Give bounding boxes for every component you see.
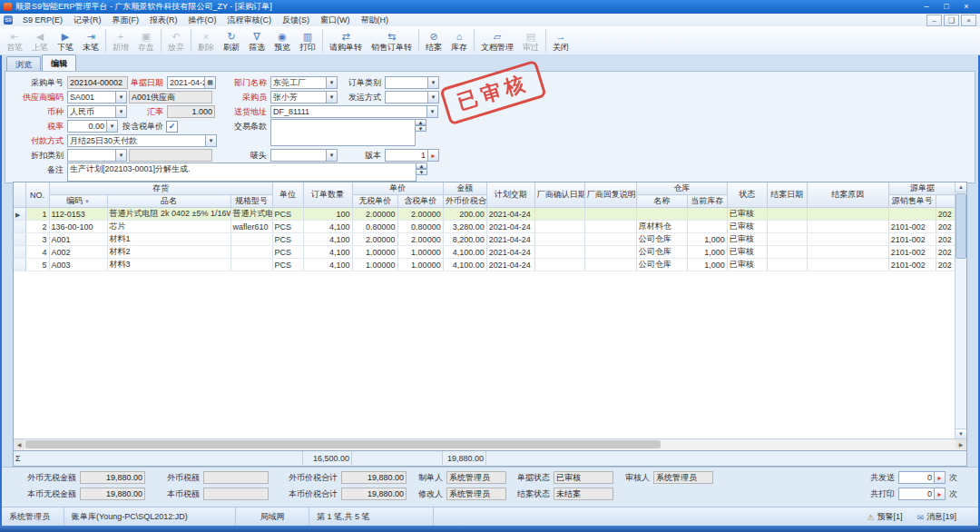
menu-item[interactable]: 操作(O) [183,14,222,27]
col-name[interactable]: 品名 [107,195,230,208]
menu-item[interactable]: 帮助(H) [356,14,395,27]
grid-cell[interactable]: 2021-04-24 [486,259,534,271]
ship-method-input[interactable] [385,91,428,103]
grid-cell[interactable] [767,208,807,221]
chevron-down-icon[interactable]: ▾ [115,149,127,162]
grid-cell[interactable]: PCS [272,221,303,233]
col-amount-fc[interactable]: 外币价税合计 [443,195,486,208]
grid-cell[interactable] [584,221,636,233]
row-marker[interactable] [14,221,25,233]
grid-cell[interactable] [687,221,727,233]
grid-cell[interactable]: 2021-04-24 [486,246,534,259]
grid-cell[interactable]: A002 [49,246,107,259]
toolbar-button[interactable]: ⇆ 销售订单转 [367,26,416,54]
grid-cell[interactable] [767,259,807,271]
grid-cell[interactable]: 1.00000 [352,246,397,259]
menu-item[interactable]: 界面(F) [107,14,145,27]
scroll-down-icon[interactable]: ▼ [415,125,426,132]
chevron-down-icon[interactable]: ▾ [115,105,127,118]
grid-cell[interactable]: 2.00000 [397,233,443,246]
grid-cell[interactable]: 1.00000 [397,259,443,271]
grid-cell[interactable]: 2.00000 [352,233,397,246]
grid-cell[interactable] [807,233,888,246]
grid-cell[interactable] [636,208,687,221]
grid-cell[interactable]: 原材料仓 [636,221,687,233]
grid-cell[interactable]: 2.00000 [397,208,443,221]
chevron-down-icon[interactable]: ▾ [106,120,118,133]
col-no[interactable]: NO. [25,182,49,208]
col-close-reason[interactable]: 结案原因 [807,182,888,208]
supplier-code-input[interactable]: SA001 [67,91,116,103]
grid-cell[interactable] [807,208,888,221]
mdi-close-button[interactable]: × [961,15,976,26]
grid-cell[interactable]: 0.80000 [352,221,397,233]
table-row[interactable]: 2 136-00-100 芯片 wafler610 PCS 4,100 0.80… [14,221,956,233]
grid-cell[interactable]: 已审核 [727,246,767,259]
grid-cell[interactable] [584,246,636,259]
grid-cell[interactable]: PCS [272,208,303,221]
col-price-inc[interactable]: 含税单价 [397,195,443,208]
grid-cell[interactable]: 202 [936,221,956,233]
toolbar-button[interactable]: ⌂ 库存 [446,26,472,54]
grid-cell[interactable]: 1,000 [687,246,727,259]
grid-cell[interactable]: 2021-04-24 [486,221,534,233]
col-group-price[interactable]: 单价 [352,182,443,195]
remark-textarea[interactable]: 生产计划[202103-0001]分解生成. [67,163,416,182]
col-close-date[interactable]: 结案日期 [767,182,807,208]
status-alerts[interactable]: ⚠ 预警[1] [859,507,909,527]
grid-cell[interactable]: 4,100.00 [443,259,486,271]
col-source-sales-no[interactable]: 源销售单号 [888,195,936,208]
grid-cell[interactable]: 2.00000 [352,208,397,221]
grid-cell[interactable]: 公司仓库 [636,246,687,259]
calendar-icon[interactable]: ▦ [204,76,216,89]
menu-item-app[interactable]: S9 ERP(E) [17,15,68,25]
grid-cell[interactable] [687,208,727,221]
grid-cell[interactable] [534,246,584,259]
grid-cell[interactable] [230,233,272,246]
col-group-inventory[interactable]: 存货 [49,182,272,195]
row-marker[interactable] [14,233,25,246]
grid-cell[interactable]: 202 [936,208,956,221]
table-row[interactable]: 3 A001 材料1 PCS 4,100 2.00000 2.00000 8,2… [14,233,956,246]
toolbar-button[interactable]: ▶ 下笔 [53,26,78,54]
grid-cell[interactable]: 200.00 [443,208,486,221]
grid-cell[interactable]: PCS [272,233,303,246]
toolbar-button[interactable]: ⇄ 请购单转 [325,26,367,54]
version-input[interactable]: 1 [385,149,428,162]
col-unit[interactable]: 单位 [272,182,303,208]
grid-cell[interactable]: 公司仓库 [636,259,687,271]
grid-cell[interactable]: 0.80000 [397,221,443,233]
tax-rate-input[interactable]: 0.00 [67,120,107,133]
chevron-down-icon[interactable]: ▾ [426,105,438,118]
menu-item[interactable]: 报表(R) [144,14,183,27]
grid-cell[interactable] [807,221,888,233]
grid-cell[interactable]: 2 [25,221,49,233]
toolbar-button[interactable]: ▱ 文档管理 [476,26,518,54]
delivery-address-input[interactable]: DF_81111 [270,105,427,118]
tax-included-checkbox[interactable]: ✓ [166,121,178,133]
scroll-down-icon[interactable]: ▼ [416,169,427,175]
col-wh-stock[interactable]: 当前库存 [687,195,727,208]
close-button[interactable]: × [956,2,976,13]
minimize-button[interactable]: – [916,2,936,13]
toolbar-button[interactable]: ◉ 预览 [270,26,295,54]
grid-cell[interactable]: 4,100 [303,233,352,246]
vertical-scrollbar[interactable]: ▲ ▼ [955,182,966,438]
maximize-button[interactable]: □ [936,2,956,13]
grid-cell[interactable]: 4 [25,246,49,259]
grid-cell[interactable]: 4,100 [303,246,352,259]
scroll-up-icon[interactable]: ▲ [956,182,966,192]
grid-cell[interactable] [584,208,636,221]
toolbar-button[interactable]: → 关闭 [548,26,573,54]
grid-cell[interactable]: 普通片式电阻... [230,208,272,221]
toolbar-button[interactable]: ▥ 打印 [295,26,320,54]
send-count-input[interactable]: 0 [898,471,935,484]
menu-item[interactable]: 窗口(W) [315,14,356,27]
spin-arrow-icon[interactable]: ▸ [934,488,946,500]
grid-cell[interactable] [230,259,272,271]
col-plan-date[interactable]: 计划交期 [486,182,534,208]
chevron-down-icon[interactable]: ▾ [326,76,338,89]
grid-cell[interactable]: 202 [936,233,956,246]
scrollbar-thumb[interactable] [956,193,966,259]
grid-cell[interactable]: PCS [272,259,303,271]
